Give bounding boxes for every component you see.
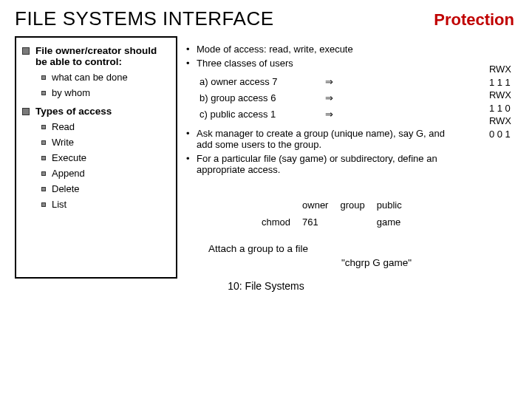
bullet-icon: • <box>186 128 197 150</box>
square-bullet-icon <box>41 171 46 176</box>
chgrp-command: "chgrp G game" <box>341 257 514 268</box>
square-bullet-icon <box>41 202 46 207</box>
perm-cmd: chmod <box>262 214 301 230</box>
arrow-icon: ⇒ <box>325 76 333 88</box>
public-access-label: c) public access <box>200 109 267 120</box>
public-access-value: 1 <box>270 109 276 120</box>
square-bullet-icon <box>41 91 46 95</box>
square-bullet-icon <box>41 75 46 80</box>
attach-group-text: Attach a group to a file <box>208 243 514 254</box>
arrow-icon: ⇒ <box>325 92 333 104</box>
square-bullet-icon <box>22 108 30 115</box>
owner-access-label: a) owner access <box>200 76 270 87</box>
slide-footer: 10: File Systems <box>15 280 517 292</box>
type-append: Append <box>52 168 85 179</box>
rwx-header: RWX <box>489 63 511 76</box>
left-sub-bywhom: by whom <box>52 87 90 98</box>
rwx-group: 1 1 0 <box>489 102 511 115</box>
perm-header-public: public <box>377 197 412 213</box>
left-sub-whatdone: what can be done <box>52 72 128 83</box>
section-heading: Protection <box>434 10 514 30</box>
type-execute: Execute <box>52 152 86 163</box>
rwx-public: 0 0 1 <box>489 128 511 141</box>
square-bullet-icon <box>41 140 46 145</box>
bullet-icon: • <box>186 153 197 175</box>
group-access-label: b) group access <box>200 92 268 103</box>
rwx-owner: 1 1 1 <box>489 76 511 89</box>
owner-access-value: 7 <box>272 76 277 87</box>
type-list: List <box>52 199 66 210</box>
group-access-value: 6 <box>270 92 276 103</box>
perm-header-owner: owner <box>302 197 338 213</box>
rwx-header: RWX <box>489 89 511 102</box>
permission-table: owner group public chmod 761 game <box>260 196 414 231</box>
page-title: FILE SYSTEMS INTERFACE <box>15 7 274 30</box>
square-bullet-icon <box>22 47 30 55</box>
left-heading-control: File owner/creator should be able to con… <box>35 45 170 67</box>
arrow-icon: ⇒ <box>325 109 333 120</box>
left-heading-types: Types of access <box>35 106 112 117</box>
perm-mode: 761 <box>302 214 375 230</box>
right-classes: Three classes of users <box>197 58 293 69</box>
square-bullet-icon <box>41 125 46 129</box>
rwx-header: RWX <box>489 115 511 128</box>
type-write: Write <box>52 137 74 148</box>
type-delete: Delete <box>52 183 80 194</box>
right-mode-of-access: Mode of access: read, write, execute <box>197 44 353 55</box>
type-read: Read <box>52 121 75 132</box>
right-panel: RWX 1 1 1 RWX 1 1 0 RWX 0 0 1 •Mode of a… <box>177 36 517 279</box>
left-panel: File owner/creator should be able to con… <box>15 36 177 279</box>
rwx-column: RWX 1 1 1 RWX 1 1 0 RWX 0 0 1 <box>489 63 511 140</box>
bullet-icon: • <box>186 44 197 55</box>
square-bullet-icon <box>41 156 46 160</box>
bullet-icon: • <box>186 58 197 69</box>
perm-file: game <box>377 214 412 230</box>
right-ask-manager: Ask manager to create a group (unique na… <box>197 128 463 150</box>
right-define-access: For a particular file (say game) or subd… <box>197 153 477 175</box>
perm-header-group: group <box>340 197 375 213</box>
access-examples: a) owner access 7 ⇒ b) group access 6 ⇒ … <box>200 76 514 120</box>
square-bullet-icon <box>41 187 46 191</box>
